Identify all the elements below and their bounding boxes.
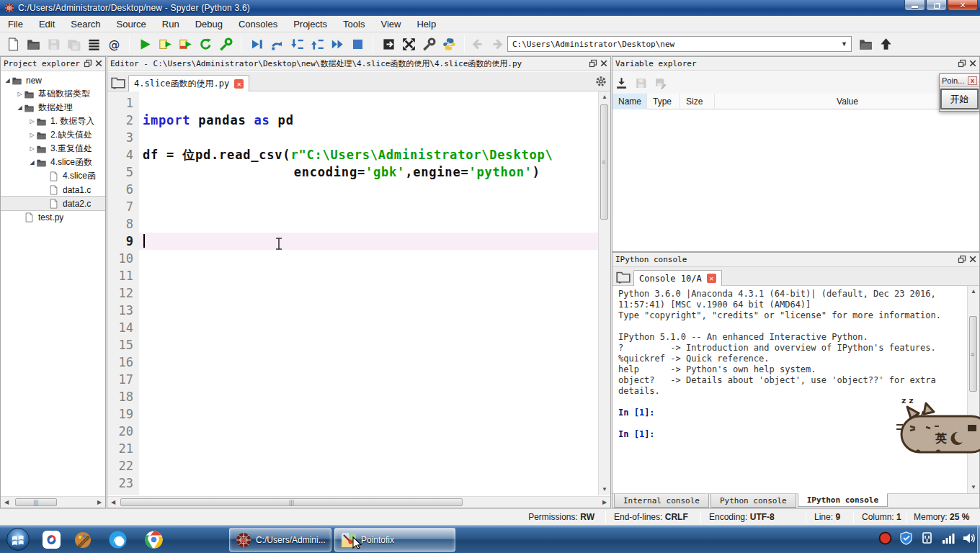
- code-line-2[interactable]: import pandas as pd: [139, 112, 598, 129]
- code-line-12[interactable]: [139, 284, 598, 302]
- show-desktop-button[interactable]: [977, 526, 980, 553]
- code-line-7[interactable]: [139, 198, 598, 215]
- menu-projects[interactable]: Projects: [285, 17, 335, 32]
- tree-item-11[interactable]: test.py: [1, 210, 105, 224]
- taskbar-button-spyder[interactable]: C:/Users/Admini...: [229, 528, 331, 552]
- close-pane-icon[interactable]: [600, 59, 608, 68]
- maximize-pane-button[interactable]: [398, 35, 419, 53]
- back-button[interactable]: [467, 35, 487, 53]
- undock-icon[interactable]: [958, 255, 966, 264]
- code-line-20[interactable]: [139, 423, 598, 440]
- forward-button[interactable]: [487, 35, 507, 53]
- step-return-button[interactable]: [307, 35, 327, 53]
- code-line-8[interactable]: [139, 215, 598, 233]
- symbol-finder-button[interactable]: @: [104, 35, 124, 53]
- tree-expanded-arrow-icon[interactable]: ◢: [4, 77, 12, 84]
- tree-item-7[interactable]: ◢4.slice函数: [1, 156, 105, 169]
- tools-button[interactable]: [419, 35, 439, 53]
- tree-collapsed-arrow-icon[interactable]: ▷: [28, 145, 36, 152]
- quicklaunch-chrome-icon[interactable]: [144, 530, 164, 549]
- editor-vscrollbar[interactable]: ▲▼ ≡: [598, 91, 610, 495]
- tray-network-icon[interactable]: [941, 531, 955, 545]
- console-vscrollbar[interactable]: ▲▼ ≡: [967, 286, 979, 493]
- save-data-as-icon[interactable]: [654, 77, 667, 89]
- code-line-3[interactable]: [139, 129, 598, 146]
- close-pane-icon[interactable]: [968, 59, 977, 68]
- tray-volume-icon[interactable]: [962, 531, 976, 545]
- tab-close-icon[interactable]: ✕: [707, 274, 716, 283]
- run-button[interactable]: [135, 35, 155, 53]
- tree-item-3[interactable]: ◢数据处理: [1, 101, 105, 114]
- parent-directory-button[interactable]: [876, 35, 896, 53]
- code-line-22[interactable]: [139, 457, 598, 475]
- run-config-button[interactable]: [215, 35, 236, 53]
- code-line-9[interactable]: [139, 233, 598, 250]
- tree-item-5[interactable]: ▷2.缺失值处: [1, 128, 105, 142]
- console-tab[interactable]: Console 10/A ✕: [633, 270, 722, 286]
- pointofix-window[interactable]: Poin... x 开始: [939, 73, 980, 112]
- minimize-button[interactable]: [904, 0, 925, 11]
- code-line-23[interactable]: [139, 475, 598, 492]
- tree-item-4[interactable]: ▷1. 数据导入: [1, 114, 105, 128]
- menu-edit[interactable]: Edit: [31, 17, 63, 32]
- quicklaunch-sunlogin-icon[interactable]: [42, 530, 61, 549]
- quicklaunch-browser-icon[interactable]: [108, 530, 128, 549]
- tree-collapsed-arrow-icon[interactable]: ▷: [28, 132, 36, 138]
- tree-item-10[interactable]: data2.c: [1, 197, 105, 210]
- code-line-6[interactable]: [139, 181, 598, 198]
- tree-collapsed-arrow-icon[interactable]: ▷: [16, 91, 24, 97]
- undock-icon[interactable]: [589, 59, 597, 68]
- continue-button[interactable]: [327, 35, 347, 53]
- debug-file-button[interactable]: [246, 35, 267, 53]
- code-area[interactable]: 1234567891011121314151617181920212223 im…: [107, 91, 610, 495]
- close-button[interactable]: ✕: [948, 0, 978, 11]
- editor-tab[interactable]: 4.slice函数的使用.py ✕: [128, 75, 249, 91]
- menu-tools[interactable]: Tools: [335, 17, 373, 32]
- column-header-type[interactable]: Type: [647, 94, 680, 109]
- menu-help[interactable]: Help: [409, 17, 444, 32]
- rerun-button[interactable]: [195, 35, 215, 53]
- column-header-size[interactable]: Size: [680, 94, 715, 109]
- column-header-name[interactable]: Name▲: [612, 94, 647, 109]
- save-all-button[interactable]: [63, 35, 84, 53]
- code-line-18[interactable]: [139, 388, 598, 405]
- code-line-5[interactable]: encoding='gbk',engine='python'): [139, 163, 598, 181]
- tree-item-1[interactable]: ◢new: [1, 73, 105, 87]
- run-cell-button[interactable]: [155, 35, 175, 53]
- browse-tabs-icon[interactable]: [110, 75, 126, 89]
- path-dropdown-icon[interactable]: ▼: [841, 40, 851, 48]
- browse-tabs-icon[interactable]: [615, 269, 631, 284]
- code-line-4[interactable]: df = 位pd.read_csv(r"C:\Users\Administrat…: [139, 146, 598, 163]
- window-titlebar[interactable]: C:/Users/Administrator/Desktop/new - Spy…: [0, 0, 980, 16]
- editor-options-gear-icon[interactable]: [595, 76, 607, 87]
- tree-expanded-arrow-icon[interactable]: ◢: [16, 104, 24, 111]
- close-pane-icon[interactable]: [968, 255, 977, 264]
- variable-table-body[interactable]: [612, 109, 979, 251]
- code-line-17[interactable]: [139, 371, 598, 388]
- tab-close-icon[interactable]: ✕: [234, 79, 244, 89]
- menu-view[interactable]: View: [373, 17, 409, 32]
- variable-table-header[interactable]: Name▲TypeSizeValue: [612, 94, 979, 109]
- code-line-13[interactable]: [139, 302, 598, 319]
- step-into-button[interactable]: [287, 35, 307, 53]
- code-line-11[interactable]: [139, 267, 598, 284]
- tab-ipython-console[interactable]: IPython console: [798, 493, 888, 507]
- close-pane-icon[interactable]: [94, 59, 103, 68]
- step-button[interactable]: [267, 35, 287, 53]
- taskbar-button-pointofix[interactable]: Pointofix: [334, 528, 455, 552]
- restore-button[interactable]: [926, 0, 947, 11]
- pointofix-close-icon[interactable]: x: [968, 76, 977, 85]
- save-button[interactable]: [43, 35, 63, 53]
- tray-plug-icon[interactable]: [920, 531, 934, 545]
- code-line-16[interactable]: [139, 354, 598, 371]
- undock-icon[interactable]: [84, 59, 92, 68]
- tree-item-2[interactable]: ▷基础数据类型: [1, 87, 105, 101]
- pointofix-titlebar[interactable]: Poin... x: [940, 74, 979, 87]
- export-button[interactable]: [378, 35, 398, 53]
- working-directory-input[interactable]: [507, 36, 852, 52]
- tree-item-8[interactable]: 4.slice函: [1, 169, 105, 183]
- menu-consoles[interactable]: Consoles: [231, 17, 285, 32]
- import-data-icon[interactable]: [615, 77, 628, 89]
- menu-run[interactable]: Run: [154, 17, 187, 32]
- file-switcher-button[interactable]: [84, 35, 104, 53]
